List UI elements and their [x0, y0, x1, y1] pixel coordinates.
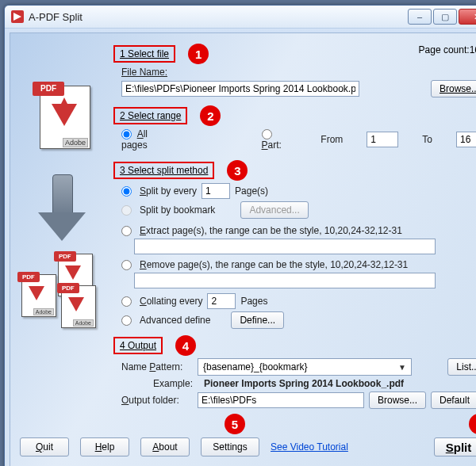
output-folder-input[interactable] [198, 392, 364, 408]
pdf-source-icon: PDF Adobe [30, 81, 94, 152]
radio-adv-define[interactable] [121, 315, 132, 326]
split-button[interactable]: Split [434, 437, 476, 456]
to-label: To [422, 134, 432, 145]
radio-part-input[interactable] [262, 129, 272, 139]
to-input[interactable] [456, 132, 476, 147]
name-pattern-combo[interactable]: {basename}_{bookmark} ▼ [198, 358, 412, 376]
default-button[interactable]: Default [431, 392, 476, 409]
tutorial-link[interactable]: See Video Tutorial [271, 441, 348, 453]
bottom-bar: Quit Help About Settings 5 See Video Tut… [15, 431, 476, 463]
adobe-label: Adobe [63, 138, 88, 147]
maximize-button[interactable]: ▢ [433, 9, 457, 25]
from-input[interactable] [367, 132, 398, 147]
radio-all-pages[interactable]: All pages [121, 128, 175, 151]
settings-button[interactable]: Settings [201, 437, 259, 456]
collating-input[interactable] [207, 293, 236, 309]
step-badge-5: 5 [225, 414, 245, 434]
step4-header: 4 Output [113, 337, 163, 354]
app-window: A-PDF Split – ▢ ✕ PDF Adobe PDF [4, 5, 476, 466]
page-count: Page count:16 [419, 44, 476, 55]
titlebar[interactable]: A-PDF Split – ▢ ✕ [5, 6, 476, 29]
help-button[interactable]: Help [80, 437, 129, 456]
step2-header: 2 Select range [113, 107, 187, 124]
window-title: A-PDF Split [29, 11, 408, 23]
app-icon [11, 10, 24, 23]
extract-input[interactable] [134, 239, 436, 254]
name-pattern-label: Name Pattern: [121, 361, 193, 372]
radio-remove[interactable] [121, 260, 132, 270]
minimize-button[interactable]: – [408, 9, 432, 25]
radio-all-pages-input[interactable] [121, 129, 132, 139]
step3-header: 3 Select split method [113, 162, 214, 179]
browse-file-button[interactable]: Browse... [431, 80, 476, 97]
example-label: Example: [121, 378, 199, 389]
radio-collating[interactable] [121, 296, 132, 307]
step1-header: 1 Select file [113, 45, 175, 63]
remove-input[interactable] [134, 273, 436, 288]
define-button[interactable]: Define... [231, 311, 284, 329]
radio-extract[interactable] [121, 226, 132, 236]
radio-part[interactable]: Part: [262, 128, 298, 151]
radio-split-every[interactable] [121, 186, 132, 197]
step-badge-3: 3 [227, 160, 248, 181]
filename-label: File Name: [121, 67, 167, 78]
quit-button[interactable]: Quit [20, 437, 69, 456]
split-every-input[interactable] [202, 183, 230, 199]
chevron-down-icon: ▼ [395, 363, 409, 372]
list-button[interactable]: List... [447, 358, 476, 376]
step-badge-2: 2 [200, 105, 221, 126]
close-button[interactable]: ✕ [459, 9, 476, 25]
radio-split-bookmark [121, 205, 132, 216]
advanced-bookmark-button: Advanced... [240, 201, 308, 219]
example-value: Pioneer Imports Spring 2014 Lookbook_.pd… [204, 378, 404, 389]
output-folder-label: Output folder: [121, 395, 193, 406]
from-label: From [321, 134, 343, 145]
pdf-output-icon: PDF Adobe PDF Adobe PDF Adobe [18, 254, 106, 341]
step-badge-1: 1 [188, 44, 209, 64]
client-area: PDF Adobe PDF Adobe PDF Adobe [10, 32, 476, 466]
browse-output-button[interactable]: Browse... [369, 392, 426, 409]
pdf-badge: PDF [33, 82, 64, 96]
filename-input[interactable] [121, 81, 359, 97]
about-button[interactable]: About [140, 437, 190, 456]
step-badge-4: 4 [175, 335, 196, 356]
side-illustration: PDF Adobe PDF Adobe PDF Adobe [18, 65, 106, 422]
main-panel: Page count:16 1 Select file 1 File Name:… [113, 41, 476, 426]
arrow-down-icon [38, 174, 86, 246]
